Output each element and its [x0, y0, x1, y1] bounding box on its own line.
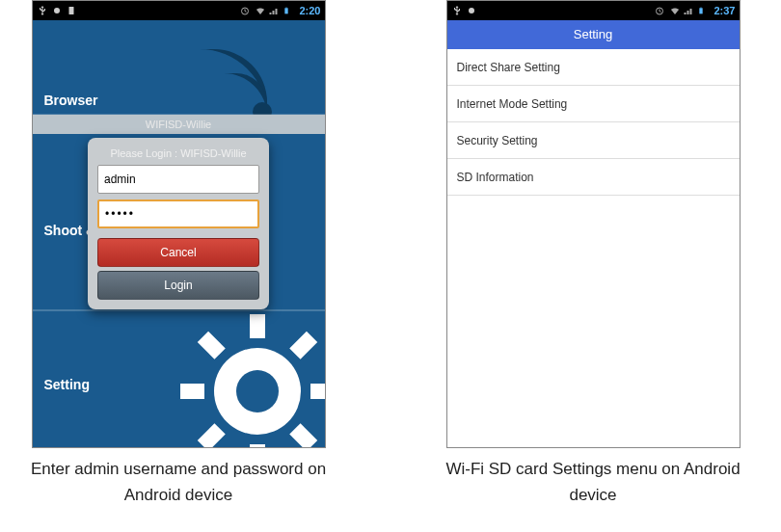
battery-icon: [283, 5, 294, 16]
left-caption: Enter admin username and password on And…: [19, 456, 337, 508]
battery-icon: [697, 5, 709, 16]
section-browser-label: Browser: [44, 44, 325, 108]
svg-point-0: [54, 8, 60, 13]
section-divider: [33, 309, 325, 311]
username-input[interactable]: [97, 165, 259, 194]
svg-rect-18: [700, 8, 703, 13]
signal-icon: [683, 5, 694, 16]
password-input[interactable]: [97, 200, 259, 228]
status-bar: 2:20: [33, 1, 325, 20]
settings-item-security[interactable]: Security Setting: [447, 122, 740, 159]
status-time: 2:20: [299, 5, 320, 16]
usb-icon: [451, 5, 463, 16]
left-screenshot-container: 2:20: [19, 0, 337, 532]
cancel-button[interactable]: Cancel: [97, 238, 259, 267]
debug-icon: [51, 5, 63, 16]
settings-header: Setting: [447, 20, 740, 49]
wifi-icon: [254, 5, 265, 16]
status-time: 2:37: [714, 5, 735, 16]
svg-rect-3: [285, 8, 288, 13]
status-bar: 2:37: [447, 1, 740, 20]
status-right-icons: 2:37: [654, 5, 735, 16]
sdcard-icon: [66, 5, 77, 16]
left-phone: 2:20: [32, 0, 326, 448]
login-button[interactable]: Login: [97, 271, 259, 300]
svg-rect-19: [701, 8, 702, 9]
alarm-icon: [239, 5, 251, 16]
section-setting-label: Setting: [44, 329, 325, 392]
settings-body: Setting Direct Share Setting Internet Mo…: [447, 20, 740, 448]
status-left-icons: [451, 5, 477, 16]
app-body: Browser WIFISD-Willie Shoot & V Setting …: [33, 20, 325, 448]
login-dialog-title: Please Login : WIFISD-Willie: [97, 144, 259, 165]
settings-item-sd-info[interactable]: SD Information: [447, 159, 740, 196]
status-left-icons: [37, 5, 77, 16]
alarm-icon: [654, 5, 665, 16]
right-screenshot-container: 2:37 Setting Direct Share Setting Intern…: [434, 0, 752, 532]
signal-icon: [268, 5, 280, 16]
usb-icon: [37, 5, 48, 16]
settings-item-direct-share[interactable]: Direct Share Setting: [447, 49, 740, 86]
status-right-icons: 2:20: [239, 5, 320, 16]
wifi-icon: [668, 5, 680, 16]
svg-point-16: [469, 8, 474, 13]
right-phone: 2:37 Setting Direct Share Setting Intern…: [446, 0, 741, 448]
section-setting[interactable]: Setting: [33, 329, 325, 448]
settings-item-internet-mode[interactable]: Internet Mode Setting: [447, 86, 740, 122]
wifi-banner: WIFISD-Willie: [33, 115, 325, 134]
right-caption: Wi-Fi SD card Settings menu on Android d…: [434, 456, 752, 508]
login-dialog: Please Login : WIFISD-Willie Cancel Logi…: [88, 138, 269, 309]
debug-icon: [466, 5, 477, 16]
svg-rect-1: [68, 7, 73, 14]
svg-rect-4: [286, 8, 287, 9]
